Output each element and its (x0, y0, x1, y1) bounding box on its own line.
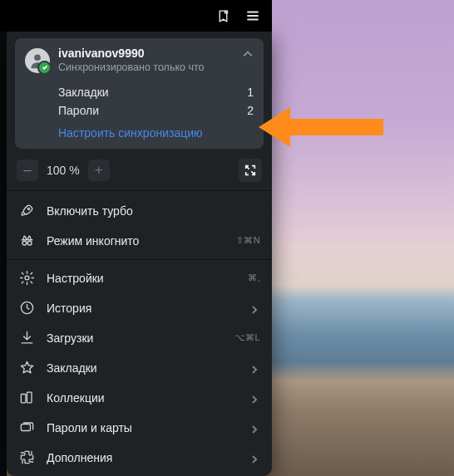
configure-sync-link[interactable]: Настроить синхронизацию (25, 125, 254, 140)
menu-label: Дополнения (47, 451, 239, 464)
menu-label: Закладки (47, 361, 239, 375)
svg-point-3 (27, 241, 32, 245)
svg-point-1 (27, 208, 29, 209)
menu-item-history[interactable]: История (7, 293, 272, 323)
menu-label: Режим инкогнито (47, 234, 225, 248)
bookmark-ribbon-icon[interactable] (210, 3, 235, 28)
menu-label: Настройки (47, 272, 236, 285)
stat-value: 1 (247, 84, 254, 102)
hamburger-menu-icon[interactable] (240, 3, 265, 28)
chevron-right-icon (250, 363, 260, 373)
cards-icon (18, 420, 35, 436)
menu-hint: ⌘, (248, 272, 260, 283)
menu-item-settings[interactable]: Настройки ⌘, (7, 263, 272, 293)
chevron-right-icon (250, 423, 260, 433)
stat-value: 2 (247, 102, 254, 120)
menu-label: История (47, 302, 239, 315)
menu-item-downloads[interactable]: Загрузки ⌥⌘L (7, 323, 272, 353)
svg-point-4 (25, 276, 29, 280)
menu-list: Включить турбо Режим инкогнито ⇧⌘N Настр… (7, 194, 272, 477)
separator (7, 259, 272, 260)
svg-rect-7 (27, 392, 32, 403)
menu-hint: ⌥⌘L (234, 332, 260, 343)
zoom-out-button[interactable]: – (17, 159, 38, 181)
svg-rect-8 (21, 424, 30, 431)
menu-item-passwords[interactable]: Пароли и карты (7, 413, 272, 443)
avatar (25, 48, 50, 73)
zoom-in-button[interactable]: + (88, 159, 110, 181)
menu-item-addons[interactable]: Дополнения (7, 443, 272, 473)
svg-rect-6 (21, 395, 26, 403)
fullscreen-button[interactable] (239, 159, 262, 182)
stat-label: Пароли (58, 102, 99, 120)
menu-item-incognito[interactable]: Режим инкогнито ⇧⌘N (7, 226, 272, 256)
svg-point-2 (22, 241, 26, 245)
sync-username: ivanivanov9990 (58, 47, 205, 61)
separator (7, 190, 272, 191)
download-icon (18, 330, 35, 346)
menu-item-bookmarks[interactable]: Закладки (7, 353, 272, 383)
sync-stat-bookmarks: Закладки 1 (58, 84, 254, 102)
history-icon (18, 300, 35, 317)
sync-stats: Закладки 1 Пароли 2 (25, 84, 254, 120)
sync-ok-badge-icon (37, 61, 52, 75)
menu-item-collections[interactable]: Коллекции (7, 383, 272, 413)
zoom-value: 100 % (40, 164, 86, 177)
browser-top-bar (0, 0, 272, 32)
menu-hint: ⇧⌘N (236, 235, 260, 246)
menu-item-turbo[interactable]: Включить турбо (7, 196, 272, 226)
chevron-right-icon (250, 303, 260, 313)
chevron-right-icon (250, 453, 260, 463)
sync-stat-passwords: Пароли 2 (58, 102, 254, 120)
rocket-icon (18, 203, 35, 219)
star-icon (18, 360, 35, 376)
svg-point-0 (34, 54, 41, 61)
sync-status: Синхронизировано только что (58, 61, 205, 75)
menu-label: Пароли и карты (47, 421, 239, 434)
menu-label: Включить турбо (47, 204, 260, 218)
sync-header: ivanivanov9990 Синхронизировано только ч… (25, 47, 254, 74)
sync-card[interactable]: ivanivanov9990 Синхронизировано только ч… (15, 38, 264, 149)
window-edge (0, 0, 7, 476)
incognito-icon (18, 233, 35, 249)
gear-icon (18, 270, 35, 287)
menu-item-more[interactable]: Дополнительно (7, 473, 272, 477)
main-menu-panel: ivanivanov9990 Синхронизировано только ч… (7, 32, 272, 476)
chevron-up-icon[interactable] (240, 47, 255, 61)
menu-label: Коллекции (47, 391, 239, 405)
stat-label: Закладки (58, 84, 109, 102)
collections-icon (18, 390, 35, 406)
zoom-row: – 100 % + (7, 154, 272, 187)
menu-label: Загрузки (47, 331, 223, 345)
chevron-right-icon (250, 393, 260, 403)
puzzle-icon (18, 449, 35, 466)
